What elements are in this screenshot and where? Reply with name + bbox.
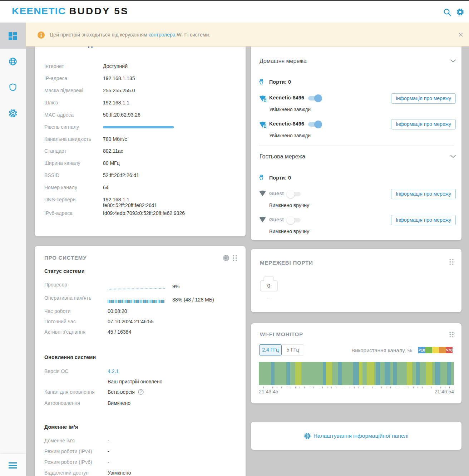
svg-text:?: ? xyxy=(140,390,142,394)
svg-text:0: 0 xyxy=(267,283,270,289)
